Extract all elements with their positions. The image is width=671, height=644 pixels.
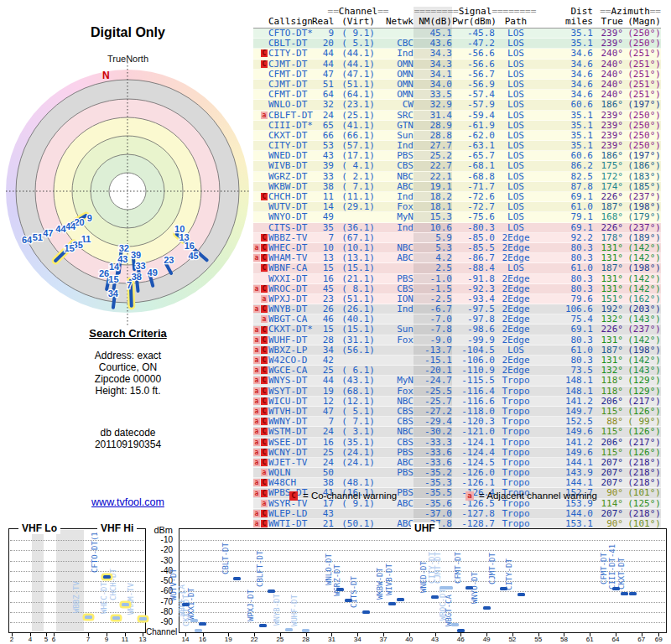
cell-az-magn: (203°) (623, 304, 661, 314)
table-row: aCWSYT-DT19(68.1)Fox-25.5-116.4Tropo148.… (253, 387, 661, 397)
cell-az-true: 131° (593, 274, 623, 283)
cell-warnings: aC (253, 479, 268, 486)
cell-nm: -27.2 (414, 407, 452, 416)
cell-miles: 69.1 (537, 192, 593, 201)
cell-az-magn: (162°) (623, 294, 661, 304)
cell-pwr: -72.7 (452, 202, 495, 211)
gridline (10, 540, 144, 541)
cell-warnings: aC (253, 346, 268, 354)
cell-netwk: CW (375, 100, 414, 109)
cell-virt: (40.1) (334, 314, 375, 324)
cell-virt: ( 2.1) (334, 172, 375, 181)
station-label: CKXT-DT (617, 558, 626, 589)
cell-pwr: -56.9 (452, 80, 495, 89)
cell-warnings: aC (253, 387, 268, 395)
station-label: CBLFT-DT (256, 550, 264, 586)
search-address: Address: exact (0, 350, 256, 361)
signal-bar (122, 603, 129, 606)
radar-channel-label: 64 (22, 235, 33, 245)
cell-miles: 75.4 (537, 314, 593, 324)
cell-miles: 144.1 (537, 478, 593, 487)
co-channel-icon: C (261, 377, 268, 384)
cell-az-magn: (250°) (623, 39, 661, 48)
table-row: WGRZ-DT33( 2.1)NBC22.1-68.8LOS82.5172°(1… (253, 172, 661, 182)
cell-nm: -30.2 (414, 427, 452, 436)
cell-real: 12 (322, 397, 334, 406)
cell-az-magn: (142°) (623, 243, 661, 252)
signal-bar (483, 606, 491, 610)
cell-netwk: Sun (375, 131, 414, 140)
cell-miles: 69.1 (537, 223, 593, 232)
adjacent-channel-icon: a (261, 112, 268, 119)
x-tick-label: 67 (633, 636, 650, 643)
x-tick-label: 11 (117, 636, 133, 643)
table-row: aCWGCE-CA25( 6.1)-20.1-110.92Edge73.5132… (253, 366, 661, 376)
cell-real: 26 (322, 304, 334, 314)
cell-az-magn: (129°) (623, 387, 661, 396)
cell-nm: -1.0 (414, 274, 452, 283)
cell-netwk: MyN (375, 212, 414, 221)
radar-channel-label: 47 (43, 228, 53, 238)
cell-virt: (15.1) (334, 263, 375, 273)
gridline (10, 561, 144, 562)
co-channel-icon: C (289, 491, 298, 501)
cell-miles: 152.5 (537, 417, 593, 426)
cell-callsign: CITS-DT (268, 223, 322, 232)
cell-path: LOS (495, 49, 537, 58)
cell-path: Tropo (495, 438, 537, 447)
cell-miles: 92.2 (537, 233, 593, 242)
cell-nm: -33.3 (414, 438, 452, 447)
cell-nm: 34.3 (414, 60, 452, 69)
cell-az-magn: (197°) (623, 100, 661, 109)
cell-callsign: WCNY-DT (268, 448, 322, 457)
cell-netwk: ABC (375, 519, 414, 528)
signal-bar (629, 592, 637, 595)
cell-netwk: OMN (375, 60, 414, 69)
cell-callsign: CKXT-DT (268, 131, 322, 140)
radar-channel-label: 44 (65, 221, 76, 231)
cell-az-true: 240° (593, 70, 623, 79)
table-row: WNYO-DT49MyN15.3-75.6LOS79.1168°(179°) (253, 212, 661, 222)
cell-virt: (29.1) (334, 202, 375, 211)
x-tick-label: 4 (22, 636, 39, 643)
cell-az-magn: (101°) (623, 519, 661, 528)
station-label: WNYB-DT (273, 594, 281, 626)
signal-bar (500, 587, 507, 590)
cell-az-true: 226° (593, 223, 623, 232)
adjacent-channel-text: = Adjacent channel warning (479, 491, 597, 501)
cell-real: 53 (322, 141, 334, 150)
table-row: WKBW-DT38( 7.1)ABC19.1-71.7LOS87.8174°(1… (253, 182, 661, 192)
co-channel-icon: C (261, 397, 268, 405)
x-tick-label: 16 (195, 636, 211, 643)
search-city: Courtice, ON (0, 361, 256, 373)
cell-warnings: aC (253, 408, 268, 415)
station-label: CBLT-DT (221, 543, 230, 574)
cell-callsign: WXXI-DT (268, 274, 322, 283)
cell-callsign: CFMT-DT (268, 70, 322, 79)
signal-bar (345, 599, 352, 602)
cell-path: LOS (495, 121, 537, 130)
cell-az-true: 132° (593, 314, 623, 324)
table-row: aCBLFT-DT24(25.1)SRC31.4-59.4LOS35.1239°… (253, 111, 661, 121)
cell-pwr: -56.7 (452, 70, 495, 79)
cell-real: 51 (322, 80, 334, 89)
cell-callsign: WICU-DT (268, 397, 322, 406)
signal-bar (182, 603, 190, 606)
cell-az-true: 90° (593, 519, 623, 528)
cell-warnings: C (253, 234, 268, 242)
y-axis-title: dBm (148, 525, 173, 535)
cell-pwr: -86.7 (452, 253, 495, 262)
cell-az-magn: (198°) (623, 202, 661, 211)
cell-warnings: aC (253, 336, 268, 344)
cell-virt: ( 7.1) (334, 182, 375, 191)
table-row: aCW42CO-D42-15.1-106.02Edge80.3131°(142°… (253, 356, 661, 366)
cell-az-true: 239° (593, 39, 623, 48)
radar-channel-label: 7 (127, 280, 132, 290)
signal-bar (445, 586, 453, 589)
cell-miles: 80.3 (537, 253, 593, 262)
cell-netwk: PBS (375, 468, 414, 477)
cell-az-magn: (198°) (623, 263, 661, 273)
cell-netwk: OMN (375, 90, 414, 99)
table-row: CKXT-DT66(66.1)Sun28.8-62.0LOS35.1239°(2… (253, 131, 661, 141)
db-datecode-label: db datecode (0, 427, 256, 439)
